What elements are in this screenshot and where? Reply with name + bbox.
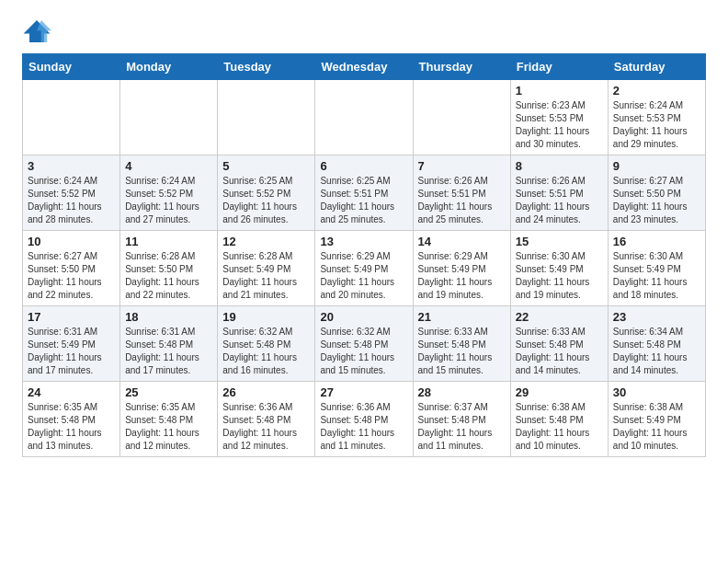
calendar-cell: 2Sunrise: 6:24 AM Sunset: 5:53 PM Daylig… <box>608 80 705 155</box>
calendar-cell: 9Sunrise: 6:27 AM Sunset: 5:50 PM Daylig… <box>608 155 705 231</box>
calendar-cell: 30Sunrise: 6:38 AM Sunset: 5:49 PM Dayli… <box>608 382 705 457</box>
day-number: 29 <box>516 385 603 399</box>
day-info: Sunrise: 6:24 AM Sunset: 5:52 PM Dayligh… <box>28 175 115 226</box>
calendar-cell: 6Sunrise: 6:25 AM Sunset: 5:51 PM Daylig… <box>315 155 413 231</box>
day-number: 2 <box>613 84 700 98</box>
day-number: 20 <box>320 310 407 324</box>
day-number: 18 <box>125 310 212 324</box>
calendar-cell: 22Sunrise: 6:33 AM Sunset: 5:48 PM Dayli… <box>510 306 608 382</box>
day-info: Sunrise: 6:38 AM Sunset: 5:49 PM Dayligh… <box>613 401 700 453</box>
calendar-week-4: 17Sunrise: 6:31 AM Sunset: 5:49 PM Dayli… <box>23 306 706 382</box>
day-info: Sunrise: 6:28 AM Sunset: 5:50 PM Dayligh… <box>125 250 212 302</box>
day-number: 19 <box>222 310 310 324</box>
day-info: Sunrise: 6:24 AM Sunset: 5:53 PM Dayligh… <box>613 99 700 151</box>
day-number: 17 <box>28 310 115 324</box>
header <box>22 18 706 44</box>
calendar-cell: 8Sunrise: 6:26 AM Sunset: 5:51 PM Daylig… <box>510 155 608 231</box>
day-number: 26 <box>222 385 310 399</box>
weekday-header-monday: Monday <box>120 54 218 80</box>
day-number: 15 <box>516 235 603 248</box>
weekday-header-friday: Friday <box>510 54 608 80</box>
calendar-cell: 15Sunrise: 6:30 AM Sunset: 5:49 PM Dayli… <box>510 231 608 306</box>
day-info: Sunrise: 6:34 AM Sunset: 5:48 PM Dayligh… <box>613 326 700 377</box>
weekday-header-saturday: Saturday <box>608 54 705 80</box>
day-info: Sunrise: 6:30 AM Sunset: 5:49 PM Dayligh… <box>613 250 700 302</box>
calendar-week-1: 1Sunrise: 6:23 AM Sunset: 5:53 PM Daylig… <box>23 80 706 155</box>
day-number: 28 <box>418 385 506 399</box>
calendar: SundayMondayTuesdayWednesdayThursdayFrid… <box>22 53 706 457</box>
day-number: 5 <box>222 159 310 173</box>
calendar-cell: 3Sunrise: 6:24 AM Sunset: 5:52 PM Daylig… <box>23 155 120 231</box>
calendar-cell: 19Sunrise: 6:32 AM Sunset: 5:48 PM Dayli… <box>218 306 315 382</box>
calendar-cell: 17Sunrise: 6:31 AM Sunset: 5:49 PM Dayli… <box>23 306 120 382</box>
logo <box>22 18 55 44</box>
day-info: Sunrise: 6:38 AM Sunset: 5:48 PM Dayligh… <box>516 401 603 453</box>
calendar-cell: 28Sunrise: 6:37 AM Sunset: 5:48 PM Dayli… <box>413 382 510 457</box>
day-number: 13 <box>320 235 407 248</box>
day-info: Sunrise: 6:30 AM Sunset: 5:49 PM Dayligh… <box>516 250 603 302</box>
calendar-cell <box>120 80 218 155</box>
calendar-cell: 20Sunrise: 6:32 AM Sunset: 5:48 PM Dayli… <box>315 306 413 382</box>
day-number: 1 <box>516 84 603 98</box>
calendar-cell: 13Sunrise: 6:29 AM Sunset: 5:49 PM Dayli… <box>315 231 413 306</box>
day-info: Sunrise: 6:26 AM Sunset: 5:51 PM Dayligh… <box>516 175 603 226</box>
day-info: Sunrise: 6:26 AM Sunset: 5:51 PM Dayligh… <box>418 175 506 226</box>
calendar-cell <box>315 80 413 155</box>
calendar-cell: 11Sunrise: 6:28 AM Sunset: 5:50 PM Dayli… <box>120 231 218 306</box>
calendar-cell <box>413 80 510 155</box>
day-info: Sunrise: 6:23 AM Sunset: 5:53 PM Dayligh… <box>516 99 603 151</box>
day-info: Sunrise: 6:24 AM Sunset: 5:52 PM Dayligh… <box>125 175 212 226</box>
calendar-cell <box>218 80 315 155</box>
day-info: Sunrise: 6:27 AM Sunset: 5:50 PM Dayligh… <box>613 175 700 226</box>
day-info: Sunrise: 6:35 AM Sunset: 5:48 PM Dayligh… <box>125 401 212 453</box>
day-number: 4 <box>125 159 212 173</box>
day-info: Sunrise: 6:28 AM Sunset: 5:49 PM Dayligh… <box>222 250 310 302</box>
day-number: 6 <box>320 159 407 173</box>
calendar-cell: 14Sunrise: 6:29 AM Sunset: 5:49 PM Dayli… <box>413 231 510 306</box>
day-info: Sunrise: 6:33 AM Sunset: 5:48 PM Dayligh… <box>418 326 506 377</box>
day-number: 23 <box>613 310 700 324</box>
calendar-cell: 7Sunrise: 6:26 AM Sunset: 5:51 PM Daylig… <box>413 155 510 231</box>
day-info: Sunrise: 6:37 AM Sunset: 5:48 PM Dayligh… <box>418 401 506 453</box>
weekday-header-tuesday: Tuesday <box>218 54 315 80</box>
day-info: Sunrise: 6:36 AM Sunset: 5:48 PM Dayligh… <box>320 401 407 453</box>
day-number: 12 <box>222 235 310 248</box>
day-number: 3 <box>28 159 115 173</box>
logo-icon <box>22 18 51 44</box>
day-info: Sunrise: 6:32 AM Sunset: 5:48 PM Dayligh… <box>222 326 310 377</box>
day-number: 24 <box>28 385 115 399</box>
calendar-cell: 5Sunrise: 6:25 AM Sunset: 5:52 PM Daylig… <box>218 155 315 231</box>
day-info: Sunrise: 6:31 AM Sunset: 5:48 PM Dayligh… <box>125 326 212 377</box>
day-number: 21 <box>418 310 506 324</box>
day-number: 14 <box>418 235 506 248</box>
day-info: Sunrise: 6:29 AM Sunset: 5:49 PM Dayligh… <box>320 250 407 302</box>
day-info: Sunrise: 6:33 AM Sunset: 5:48 PM Dayligh… <box>516 326 603 377</box>
calendar-cell: 25Sunrise: 6:35 AM Sunset: 5:48 PM Dayli… <box>120 382 218 457</box>
page: SundayMondayTuesdayWednesdayThursdayFrid… <box>0 0 728 472</box>
calendar-week-5: 24Sunrise: 6:35 AM Sunset: 5:48 PM Dayli… <box>23 382 706 457</box>
calendar-cell: 29Sunrise: 6:38 AM Sunset: 5:48 PM Dayli… <box>510 382 608 457</box>
calendar-cell: 26Sunrise: 6:36 AM Sunset: 5:48 PM Dayli… <box>218 382 315 457</box>
weekday-header-thursday: Thursday <box>413 54 510 80</box>
calendar-week-2: 3Sunrise: 6:24 AM Sunset: 5:52 PM Daylig… <box>23 155 706 231</box>
calendar-cell: 23Sunrise: 6:34 AM Sunset: 5:48 PM Dayli… <box>608 306 705 382</box>
day-info: Sunrise: 6:32 AM Sunset: 5:48 PM Dayligh… <box>320 326 407 377</box>
calendar-cell: 18Sunrise: 6:31 AM Sunset: 5:48 PM Dayli… <box>120 306 218 382</box>
day-number: 9 <box>613 159 700 173</box>
day-info: Sunrise: 6:25 AM Sunset: 5:51 PM Dayligh… <box>320 175 407 226</box>
day-info: Sunrise: 6:27 AM Sunset: 5:50 PM Dayligh… <box>28 250 115 302</box>
calendar-cell: 4Sunrise: 6:24 AM Sunset: 5:52 PM Daylig… <box>120 155 218 231</box>
calendar-header-row: SundayMondayTuesdayWednesdayThursdayFrid… <box>23 54 706 80</box>
calendar-cell: 27Sunrise: 6:36 AM Sunset: 5:48 PM Dayli… <box>315 382 413 457</box>
day-number: 10 <box>28 235 115 248</box>
day-info: Sunrise: 6:35 AM Sunset: 5:48 PM Dayligh… <box>28 401 115 453</box>
calendar-cell: 1Sunrise: 6:23 AM Sunset: 5:53 PM Daylig… <box>510 80 608 155</box>
weekday-header-sunday: Sunday <box>23 54 120 80</box>
day-number: 16 <box>613 235 700 248</box>
calendar-cell: 24Sunrise: 6:35 AM Sunset: 5:48 PM Dayli… <box>23 382 120 457</box>
day-number: 22 <box>516 310 603 324</box>
calendar-cell: 10Sunrise: 6:27 AM Sunset: 5:50 PM Dayli… <box>23 231 120 306</box>
day-number: 30 <box>613 385 700 399</box>
day-number: 8 <box>516 159 603 173</box>
calendar-cell: 21Sunrise: 6:33 AM Sunset: 5:48 PM Dayli… <box>413 306 510 382</box>
